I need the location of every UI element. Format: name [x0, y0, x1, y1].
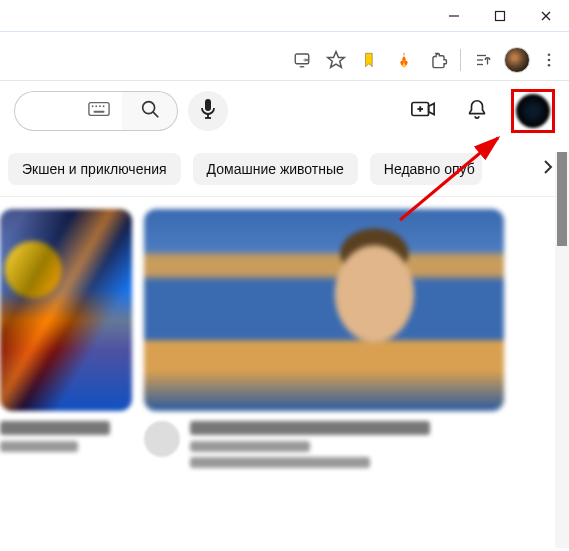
- browser-menu-button[interactable]: [535, 46, 563, 74]
- youtube-topbar: [0, 81, 569, 141]
- chip-pets[interactable]: Домашние животные: [193, 153, 358, 185]
- microphone-icon: [200, 98, 216, 124]
- browser-toolbar: [0, 40, 569, 80]
- svg-point-11: [548, 59, 551, 62]
- svg-point-12: [548, 64, 551, 67]
- vertical-scrollbar-thumb[interactable]: [557, 152, 567, 246]
- video-title-blurred: [0, 421, 110, 435]
- video-title-blurred: [190, 421, 430, 435]
- account-avatar-icon: [516, 94, 550, 128]
- window-titlebar: [0, 0, 569, 32]
- svg-point-19: [142, 102, 154, 114]
- video-meta: [144, 421, 504, 473]
- category-chips-row: Экшен и приключения Домашние животные Не…: [0, 141, 569, 197]
- video-thumbnail[interactable]: [144, 209, 504, 411]
- create-video-button[interactable]: [403, 91, 443, 131]
- svg-point-10: [548, 53, 551, 56]
- chevron-right-icon: [542, 158, 554, 180]
- bookmark-star-icon[interactable]: [320, 44, 352, 76]
- video-thumbnail[interactable]: [0, 209, 132, 411]
- video-grid: [0, 197, 569, 473]
- chips-next-button[interactable]: [525, 152, 559, 186]
- svg-rect-21: [205, 99, 211, 111]
- browser-profile-avatar[interactable]: [501, 44, 533, 76]
- chip-recently-published[interactable]: Недавно опуб: [370, 153, 482, 185]
- cast-icon[interactable]: [286, 44, 318, 76]
- search-button[interactable]: [122, 91, 178, 131]
- window-maximize-button[interactable]: [477, 0, 523, 32]
- create-video-icon: [410, 99, 436, 123]
- window-close-button[interactable]: [523, 0, 569, 32]
- toolbar-divider: [460, 49, 461, 71]
- voice-search-button[interactable]: [188, 91, 228, 131]
- video-channel-blurred: [190, 441, 310, 452]
- chip-action-adventure[interactable]: Экшен и приключения: [8, 153, 181, 185]
- video-stats-blurred: [190, 457, 370, 468]
- svg-rect-13: [89, 103, 109, 116]
- search-icon: [139, 98, 161, 124]
- notifications-button[interactable]: [457, 91, 497, 131]
- annotation-highlight: [511, 89, 555, 133]
- svg-rect-4: [295, 54, 309, 64]
- search-input[interactable]: [14, 91, 122, 131]
- account-avatar-button[interactable]: [516, 94, 550, 128]
- video-meta: [0, 421, 132, 457]
- svg-line-20: [153, 112, 158, 117]
- svg-rect-1: [496, 12, 505, 21]
- extension-yellow-icon[interactable]: [354, 44, 386, 76]
- window-minimize-button[interactable]: [431, 0, 477, 32]
- svg-marker-6: [328, 52, 345, 68]
- keyboard-icon: [88, 101, 110, 121]
- extensions-icon[interactable]: [422, 44, 454, 76]
- channel-avatar-blurred[interactable]: [144, 421, 180, 457]
- media-controls-icon[interactable]: [467, 44, 499, 76]
- search-area: [14, 91, 228, 131]
- extension-flame-icon[interactable]: [388, 44, 420, 76]
- bell-icon: [466, 97, 488, 125]
- vertical-scrollbar-track[interactable]: [555, 152, 569, 548]
- video-subtitle-blurred: [0, 441, 78, 452]
